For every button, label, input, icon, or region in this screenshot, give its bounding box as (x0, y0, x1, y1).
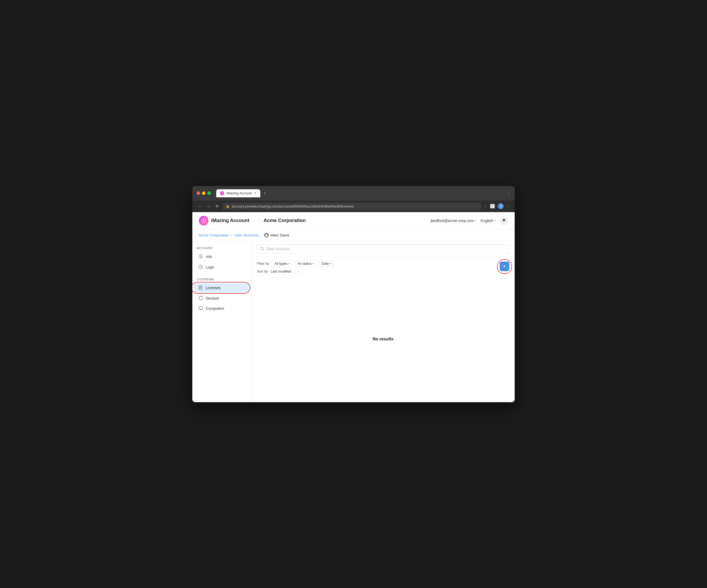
browser-toolbar: ← → ↻ 🔒 account-preview.imazing.com/acco… (192, 201, 515, 212)
add-license-button[interactable]: + (500, 262, 509, 271)
breadcrumb-org-link[interactable]: Acme Corporation (199, 233, 229, 237)
tab-close-icon[interactable]: ✕ (254, 192, 257, 195)
no-results-message: No results (251, 276, 515, 402)
no-results-text: No results (373, 337, 394, 342)
main-content: Filter by All types ▾ All status ▾ Date … (251, 241, 515, 402)
active-tab[interactable]: i iMazing Account ✕ (216, 189, 260, 197)
tab-bar: i iMazing Account ✕ + (216, 189, 504, 197)
logs-icon (198, 265, 203, 270)
licenses-item-wrap: Licenses (192, 283, 251, 293)
theme-icon (502, 218, 506, 223)
logs-label: Logs (206, 265, 214, 269)
search-input-wrap[interactable] (257, 244, 509, 253)
app-logo: iMazing Account (199, 216, 249, 226)
toolbar-actions: ☆ ⬜ J ⋮ (484, 203, 510, 209)
svg-point-1 (503, 219, 505, 221)
status-filter-value: All status (297, 262, 312, 266)
refresh-button[interactable]: ↻ (214, 203, 220, 210)
devices-label: Devices (206, 296, 219, 301)
logo-icon (199, 216, 208, 226)
user-email-text: jbedford@acme-corp.com (431, 218, 474, 223)
forward-button[interactable]: → (205, 203, 212, 210)
tab-favicon: i (220, 191, 224, 196)
close-button[interactable] (197, 192, 200, 195)
filter-row: Filter by All types ▾ All status ▾ Date … (257, 260, 509, 267)
minimize-button[interactable] (202, 192, 205, 195)
svg-point-2 (266, 234, 267, 235)
more-options-icon[interactable]: ⋮ (506, 204, 510, 209)
maximize-button[interactable] (207, 192, 211, 195)
search-bar (251, 241, 515, 257)
sidebar-toggle-icon[interactable]: ⬜ (490, 204, 495, 209)
breadcrumb: Acme Corporation / User Accounts / Marc … (192, 230, 515, 241)
sidebar-item-computers[interactable]: Computers (194, 304, 249, 313)
tab-expand-icon[interactable]: ⌄ (508, 192, 510, 195)
sidebar-item-info[interactable]: Info (194, 252, 249, 262)
sort-divider: | (294, 269, 295, 274)
licensing-section: LICENSING Licenses (192, 278, 251, 313)
back-button[interactable]: ← (197, 203, 203, 210)
breadcrumb-section-link[interactable]: User Accounts (235, 233, 259, 237)
account-section: ACCOUNT Info (192, 246, 251, 272)
sidebar-item-devices[interactable]: Devices (194, 293, 249, 303)
type-filter-value: All types (274, 262, 288, 266)
sidebar: ACCOUNT Info (192, 241, 251, 402)
address-bar[interactable]: 🔒 account-preview.imazing.com/accounts/6… (223, 203, 481, 210)
status-chevron-icon: ▾ (313, 262, 314, 265)
date-filter-value: Date (322, 262, 329, 266)
sort-row: Sort by Last modified | ↓ (257, 269, 509, 274)
language-text: English (480, 218, 493, 223)
sort-value: Last modified (270, 269, 291, 273)
sidebar-item-logs[interactable]: Logs (194, 262, 249, 272)
licensing-section-label: LICENSING (192, 278, 251, 283)
search-icon (260, 247, 264, 251)
breadcrumb-sep-2: / (261, 233, 262, 237)
breadcrumb-user: Marc Davis (264, 233, 289, 238)
date-filter[interactable]: Date ▾ (319, 260, 334, 267)
type-filter[interactable]: All types ▾ (272, 260, 292, 267)
svg-point-12 (261, 247, 263, 250)
url-text: account-preview.imazing.com/accounts/654… (232, 204, 354, 208)
info-label: Info (206, 254, 212, 259)
org-name: Acme Corporation (264, 218, 306, 223)
new-tab-button[interactable]: + (261, 190, 268, 197)
sidebar-item-licenses[interactable]: Licenses (194, 283, 249, 293)
computers-label: Computers (206, 306, 224, 311)
tab-title: iMazing Account (227, 191, 252, 195)
language-selector[interactable]: English ▾ (480, 218, 495, 223)
account-section-label: ACCOUNT (192, 246, 251, 252)
main-layout: ACCOUNT Info (192, 241, 515, 402)
theme-toggle-button[interactable] (500, 216, 508, 225)
user-avatar[interactable]: J (498, 203, 504, 209)
breadcrumb-sep-1: / (231, 233, 232, 237)
app-title: iMazing Account (211, 218, 249, 223)
svg-point-9 (200, 299, 201, 300)
svg-rect-5 (200, 256, 201, 257)
svg-rect-11 (199, 307, 203, 309)
header-divider (259, 217, 259, 224)
licenses-label: Licenses (206, 286, 221, 290)
devices-icon (198, 296, 203, 301)
breadcrumb-user-name: Marc Davis (270, 233, 289, 237)
email-chevron-icon: ▾ (475, 219, 476, 222)
date-chevron-icon: ▾ (330, 262, 332, 265)
user-email-selector[interactable]: jbedford@acme-corp.com ▾ (431, 218, 476, 223)
licenses-icon (198, 285, 203, 290)
sort-direction-icon[interactable]: ↓ (298, 269, 300, 273)
traffic-lights (197, 192, 211, 195)
lang-chevron-icon: ▾ (494, 219, 495, 222)
status-filter[interactable]: All status ▾ (295, 260, 316, 267)
info-icon (198, 254, 203, 260)
sort-by-label: Sort by (257, 269, 268, 273)
computers-icon (198, 306, 203, 311)
filter-by-label: Filter by (257, 262, 269, 266)
header-right: jbedford@acme-corp.com ▾ English ▾ (431, 216, 508, 225)
svg-point-4 (200, 255, 201, 256)
lock-icon: 🔒 (226, 205, 230, 208)
bookmark-icon[interactable]: ☆ (484, 204, 487, 209)
app-header: iMazing Account Acme Corporation jbedfor… (192, 212, 515, 230)
filter-bar: Filter by All types ▾ All status ▾ Date … (251, 257, 515, 276)
breadcrumb-user-icon (264, 233, 269, 238)
search-input[interactable] (266, 247, 506, 251)
type-chevron-icon: ▾ (289, 262, 290, 265)
